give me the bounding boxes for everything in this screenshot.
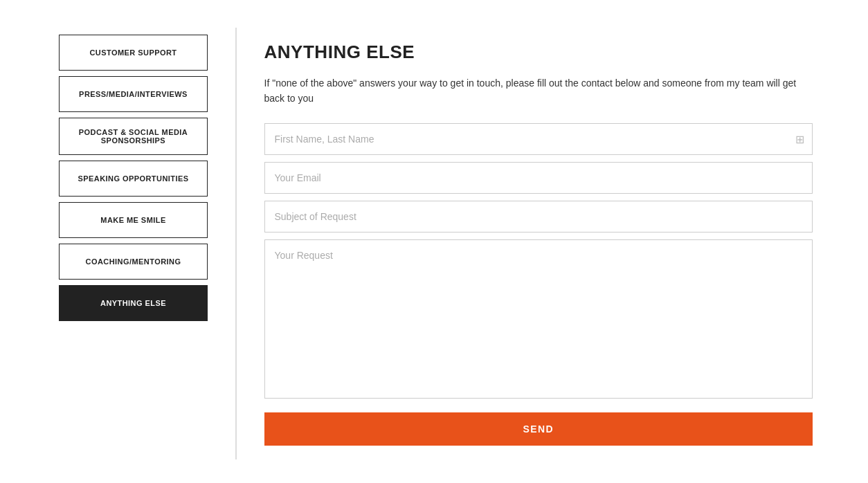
sidebar-item-press-media[interactable]: PRESS/MEDIA/INTERVIEWS xyxy=(59,76,208,112)
sidebar-item-anything-else[interactable]: ANYTHING ELSE xyxy=(59,285,208,321)
sidebar: CUSTOMER SUPPORT PRESS/MEDIA/INTERVIEWS … xyxy=(0,21,235,466)
send-button[interactable]: SEND xyxy=(264,412,813,446)
name-field-wrapper: ⊞ xyxy=(264,123,813,155)
name-field-icon: ⊞ xyxy=(795,132,804,145)
subject-field-wrapper xyxy=(264,201,813,233)
sidebar-item-coaching[interactable]: COACHING/MENTORING xyxy=(59,244,208,280)
email-field-wrapper xyxy=(264,162,813,194)
sidebar-item-make-smile[interactable]: MAKE ME SMILE xyxy=(59,202,208,238)
email-input[interactable] xyxy=(264,162,813,194)
request-textarea[interactable] xyxy=(264,239,813,399)
name-input[interactable] xyxy=(264,123,813,155)
section-description: If "none of the above" answers your way … xyxy=(264,75,813,107)
main-content: ANYTHING ELSE If "none of the above" ans… xyxy=(237,21,869,466)
page-title: ANYTHING ELSE xyxy=(264,42,813,63)
sidebar-item-customer-support[interactable]: CUSTOMER SUPPORT xyxy=(59,35,208,71)
request-field-wrapper xyxy=(264,239,813,399)
sidebar-item-podcast-social[interactable]: PODCAST & SOCIAL MEDIA SPONSORSHIPS xyxy=(59,118,208,155)
sidebar-item-speaking[interactable]: SPEAKING OPPORTUNITIES xyxy=(59,161,208,197)
subject-input[interactable] xyxy=(264,201,813,233)
page-layout: CUSTOMER SUPPORT PRESS/MEDIA/INTERVIEWS … xyxy=(0,0,868,483)
